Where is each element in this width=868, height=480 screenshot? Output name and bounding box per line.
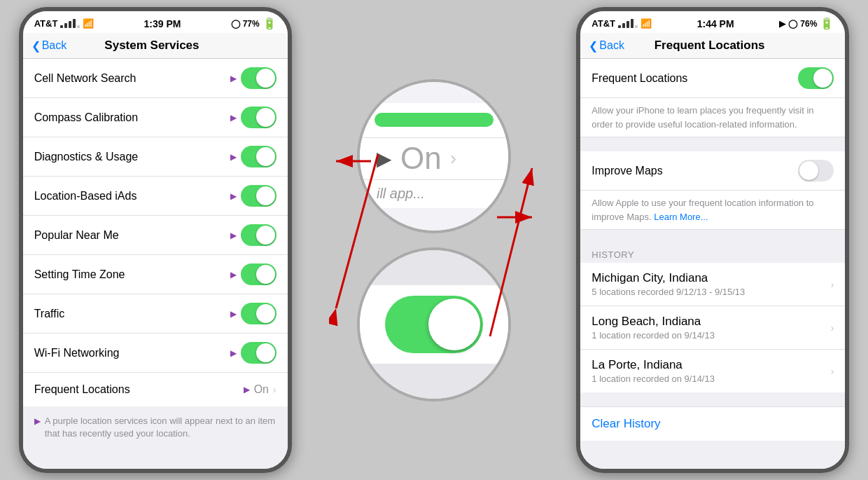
label-traffic: Traffic [34,308,230,320]
right-cell-network: ▶ [230,67,276,89]
back-label-left: Back [42,39,67,52]
learn-more-link[interactable]: Learn More... [654,212,708,222]
history-city-0: Michigan City, Indiana [592,271,830,285]
battery-icon-left: 🔋 [262,17,276,30]
row-wifi[interactable]: Wi-Fi Networking ▶ [23,334,288,373]
row-iads[interactable]: Location-Based iAds ▶ [23,177,288,216]
history-header: HISTORY [580,244,845,263]
nav-title-right: Frequent Locations [624,39,794,53]
improve-maps-section: Improve Maps Allow Apple to use your fre… [580,151,845,230]
history-row-1[interactable]: Long Beach, Indiana 1 location recorded … [580,306,845,350]
signal-dots-right [618,19,638,28]
loc-arrow-1: ▶ [230,113,237,123]
dot3 [69,21,71,28]
history-city-1: Long Beach, Indiana [592,315,830,329]
circle-top: ▶ On › ill app... [357,79,511,233]
toggle-wifi[interactable] [241,342,276,364]
battery-pct-left: 77% [243,19,260,29]
back-button-left[interactable]: ❮ Back [31,39,67,53]
clear-history-section: Clear History [580,406,845,441]
loc-arrow-3: ▶ [230,191,237,201]
history-text-0: Michigan City, Indiana 5 locations recor… [592,271,830,297]
history-detail-2: 1 location recorded on 9/14/13 [592,373,830,384]
circle-top-chevron: › [450,147,456,170]
time-right: 1:44 PM [697,18,734,29]
row-frequent[interactable]: Frequent Locations ▶ On › [23,373,288,406]
toggle-popular[interactable] [241,224,276,246]
right-wifi: ▶ [230,342,276,364]
footer-text: ▶ A purple location services icon will a… [34,415,276,440]
right-traffic: ▶ [230,303,276,324]
carrier-left: AT&T [34,18,58,29]
row-cell-network[interactable]: Cell Network Search ▶ [23,59,288,98]
wifi-icon: 📶 [83,18,94,29]
footer-arrow-icon: ▶ [34,416,41,427]
history-row-2[interactable]: La Porte, Indiana 1 location recorded on… [580,350,845,392]
history-row-0[interactable]: Michigan City, Indiana 5 locations recor… [580,263,845,306]
time-left: 1:39 PM [144,18,181,29]
toggle-cell-network[interactable] [241,67,276,89]
back-label-right: Back [599,39,624,52]
row-compass[interactable]: Compass Calibration ▶ [23,98,288,137]
label-timezone: Setting Time Zone [34,268,230,281]
carrier-right: AT&T [592,18,615,29]
alarm-icon: ◯ [231,19,240,29]
toggle-diagnostics[interactable] [241,146,276,167]
right-content: Frequent Locations Allow your iPhone to … [580,59,845,469]
left-phone: AT&T 📶 1:39 PM ◯ 77% 🔋 ❮ Back System Ser… [19,7,292,473]
history-list: Michigan City, Indiana 5 locations recor… [580,263,845,392]
label-cell-network: Cell Network Search [34,72,230,85]
label-popular: Popular Near Me [34,229,230,242]
circle-bottom [357,247,511,402]
clear-history-button[interactable]: Clear History [580,406,845,441]
wifi-icon-right: 📶 [640,18,652,29]
status-right-left: ◯ 77% 🔋 [231,17,276,30]
settings-list: Cell Network Search ▶ Compass Calibratio… [23,59,288,406]
nav-title-left: System Services [66,39,237,53]
left-content: Cell Network Search ▶ Compass Calibratio… [23,59,288,469]
back-button-right[interactable]: ❮ Back [589,39,624,53]
toggle-freq-loc[interactable] [798,67,834,89]
circle-top-on: On [400,141,442,176]
right-phone: AT&T 📶 1:44 PM ▶ ◯ 76% 🔋 ❮ Back Frequent… [576,7,849,473]
toggle-timezone[interactable] [241,263,276,285]
row-popular[interactable]: Popular Near Me ▶ [23,216,288,255]
dot4 [73,19,76,28]
nav-bar-left: ❮ Back System Services [23,33,288,59]
status-left: AT&T 📶 [34,18,94,29]
chevron-history-1: › [831,322,834,334]
label-improve-maps: Improve Maps [592,165,798,177]
status-bar-right: AT&T 📶 1:44 PM ▶ ◯ 76% 🔋 [580,11,845,33]
right-iads: ▶ [230,185,276,207]
status-bar-left: AT&T 📶 1:39 PM ◯ 77% 🔋 [23,11,288,33]
loc-arrow-4: ▶ [230,231,237,240]
big-toggle[interactable] [385,296,483,353]
row-diagnostics[interactable]: Diagnostics & Usage ▶ [23,137,288,177]
toggle-improve-maps[interactable] [798,160,834,181]
circle-bottom-text: ill app... [377,186,425,202]
history-detail-1: 1 location recorded on 9/14/13 [592,330,830,341]
back-chevron-left: ❮ [31,39,41,53]
row-improve-maps[interactable]: Improve Maps [580,151,845,191]
alarm-icon-right: ◯ [788,19,797,29]
toggle-traffic[interactable] [241,303,276,324]
label-compass: Compass Calibration [34,111,230,124]
circle-top-arrow: ▶ [377,147,392,170]
row-freq-loc-main[interactable]: Frequent Locations [580,59,845,98]
row-traffic[interactable]: Traffic ▶ [23,294,288,334]
toggle-iads[interactable] [241,185,276,207]
status-left-right: AT&T 📶 [592,18,652,29]
back-chevron-right: ❮ [589,39,598,53]
right-compass: ▶ [230,107,276,128]
history-text-1: Long Beach, Indiana 1 location recorded … [592,315,830,341]
freq-loc-section: Frequent Locations Allow your iPhone to … [580,59,845,137]
location-icon-right: ▶ [779,19,785,29]
right-diagnostics: ▶ [230,146,276,167]
loc-arrow-6: ▶ [230,309,237,319]
frequent-value: On [254,383,269,396]
big-toggle-knob [428,299,480,350]
loc-arrow-5: ▶ [230,270,237,280]
toggle-compass[interactable] [241,107,276,128]
row-timezone[interactable]: Setting Time Zone ▶ [23,255,288,294]
label-frequent: Frequent Locations [34,383,244,396]
